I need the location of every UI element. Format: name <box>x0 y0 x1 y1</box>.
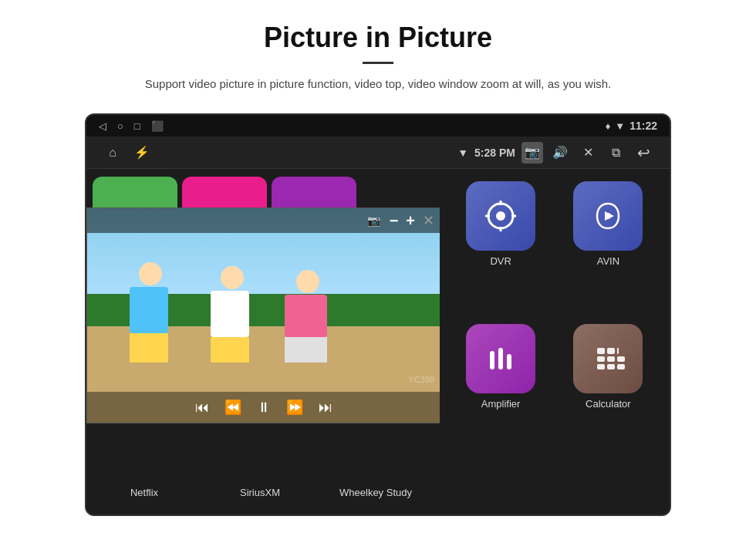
svg-rect-5 <box>507 354 511 369</box>
app-item-calculator[interactable]: Calculator <box>559 324 657 457</box>
pip-minus-button[interactable]: − <box>390 212 399 230</box>
fast-forward-button[interactable]: ⏭ <box>319 400 332 416</box>
screenshot-icon[interactable]: ⬛ <box>151 120 164 132</box>
pip-close-button[interactable]: ✕ <box>423 212 434 229</box>
prev-button[interactable]: ⏪ <box>224 399 241 416</box>
watermark: YC398 <box>408 375 434 384</box>
svg-rect-10 <box>607 356 615 362</box>
svg-rect-14 <box>617 364 625 369</box>
main-area: 📷 − + ✕ <box>86 169 670 470</box>
play-pause-button[interactable]: ⏸ <box>257 400 271 416</box>
svg-point-2 <box>605 213 611 219</box>
pip-controls-top: − + ✕ <box>390 212 434 230</box>
status-bar: ◁ ○ □ ⬛ ♦ ▼ 11:22 <box>86 115 670 137</box>
nav-bar-left: ⌂ ⚡ <box>102 142 153 164</box>
location-icon: ♦ <box>606 120 611 132</box>
volume-icon[interactable]: 🔊 <box>549 142 571 164</box>
nav-bar-right: ▼ 5:28 PM 📷 🔊 ✕ ⧉ ↩ <box>457 142 654 164</box>
wifi-nav-icon: ▼ <box>457 147 468 159</box>
svg-rect-6 <box>597 348 605 354</box>
person-2 <box>211 266 253 363</box>
app-item-amplifier[interactable]: Amplifier <box>452 324 550 457</box>
app-label-siriusxm[interactable]: SiriusXM <box>202 487 318 498</box>
status-time: 11:22 <box>629 120 657 132</box>
app-label-amplifier: Amplifier <box>481 398 521 410</box>
siriusxm-label: SiriusXM <box>240 487 280 498</box>
pip-plus-button[interactable]: + <box>406 212 415 230</box>
pip-icon[interactable]: ⧉ <box>605 142 626 164</box>
home-nav-icon[interactable]: ○ <box>117 120 123 132</box>
device-frame: ◁ ○ □ ⬛ ♦ ▼ 11:22 ⌂ ⚡ ▼ 5:28 PM 📷 🔊 ✕ ⧉ … <box>85 113 671 516</box>
nav-time: 5:28 PM <box>474 147 515 159</box>
app-labels-row: Netflix SiriusXM Wheelkey Study <box>86 470 670 514</box>
app-icon-amp[interactable] <box>466 324 535 393</box>
pip-container[interactable]: 📷 − + ✕ <box>86 207 440 423</box>
recents-nav-icon[interactable]: □ <box>134 120 140 132</box>
person-3 <box>285 270 331 363</box>
status-bar-left: ◁ ○ □ ⬛ <box>99 120 164 132</box>
svg-point-1 <box>496 211 505 221</box>
svg-rect-11 <box>617 356 625 362</box>
page-subtitle: Support video picture in picture functio… <box>108 75 648 93</box>
next-button[interactable]: ⏩ <box>286 399 303 416</box>
svg-rect-12 <box>597 364 605 369</box>
person-1 <box>130 262 172 363</box>
app-label-netflix[interactable]: Netflix <box>86 487 202 498</box>
svg-rect-13 <box>607 364 615 369</box>
app-label-wheelkey[interactable]: Wheelkey Study <box>318 487 434 498</box>
video-content: YC398 <box>87 208 440 423</box>
camera-icon[interactable]: 📷 <box>521 142 543 164</box>
svg-rect-8 <box>617 348 619 354</box>
pip-header: 📷 − + ✕ <box>87 208 440 233</box>
app-label-dvr: DVR <box>490 255 511 267</box>
netflix-label: Netflix <box>130 487 158 498</box>
page-title: Picture in Picture <box>31 22 725 54</box>
page-header: Picture in Picture Support video picture… <box>0 0 756 106</box>
pip-controls-bottom: ⏮ ⏪ ⏸ ⏩ ⏭ <box>87 392 440 423</box>
home-icon[interactable]: ⌂ <box>102 142 123 164</box>
back-icon[interactable]: ↩ <box>633 142 654 164</box>
app-grid-right: DVR AVIN <box>440 169 670 470</box>
svg-rect-9 <box>597 356 605 362</box>
status-bar-right: ♦ ▼ 11:22 <box>606 120 657 132</box>
svg-rect-7 <box>607 348 615 354</box>
app-label-calculator: Calculator <box>586 398 631 410</box>
rewind-button[interactable]: ⏮ <box>195 400 209 416</box>
wheelkey-label: Wheelkey Study <box>339 487 412 498</box>
app-label-avin: AVIN <box>597 255 619 267</box>
close-icon[interactable]: ✕ <box>577 142 599 164</box>
app-icon-dvr[interactable] <box>466 181 535 251</box>
svg-rect-3 <box>490 351 494 369</box>
app-grid-left: 📷 − + ✕ <box>86 169 440 470</box>
pip-camera-icon: 📷 <box>367 214 380 227</box>
title-divider <box>363 62 393 64</box>
wifi-icon: ▼ <box>615 120 625 132</box>
app-icon-avin[interactable] <box>573 181 643 251</box>
app-item-avin[interactable]: AVIN <box>559 181 657 315</box>
app-icon-calc[interactable] <box>573 324 643 393</box>
svg-rect-4 <box>498 348 503 369</box>
back-nav-icon[interactable]: ◁ <box>99 120 106 132</box>
usb-icon[interactable]: ⚡ <box>131 142 153 164</box>
app-item-dvr[interactable]: DVR <box>452 181 550 315</box>
nav-bar: ⌂ ⚡ ▼ 5:28 PM 📷 🔊 ✕ ⧉ ↩ <box>86 137 670 169</box>
